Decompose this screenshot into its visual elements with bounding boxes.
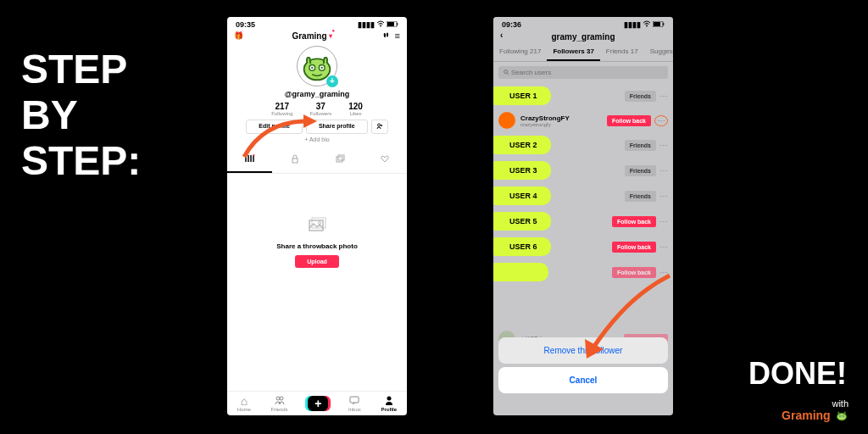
tab-friends[interactable]: Friends xyxy=(271,395,288,412)
more-icon[interactable]: ⋯ xyxy=(659,217,668,226)
edit-profile-button[interactable]: Edit profile xyxy=(246,120,303,134)
profile-icon xyxy=(381,395,397,407)
profile-avatar[interactable]: + xyxy=(297,46,337,86)
status-icons: ▮▮▮▮ xyxy=(624,20,665,29)
wifi-icon xyxy=(376,20,385,29)
remove-follower-button[interactable]: Remove this follower xyxy=(498,337,668,364)
more-icon-circled[interactable]: ⋯ xyxy=(654,115,668,126)
tab-followers[interactable]: Followers 37 xyxy=(547,43,599,61)
svg-point-31 xyxy=(840,415,841,416)
svg-rect-12 xyxy=(337,157,342,162)
brand: with Graming xyxy=(782,398,849,422)
svg-point-7 xyxy=(311,67,313,69)
stat-following[interactable]: 217 Following xyxy=(271,102,292,116)
upload-button[interactable]: Upload xyxy=(295,255,339,268)
list-item[interactable]: USER 4 Friends ⋯ xyxy=(498,183,668,209)
list-item[interactable]: USER 2 Friends ⋯ xyxy=(498,132,668,158)
tab-grid[interactable] xyxy=(227,149,272,173)
more-icon[interactable]: ⋯ xyxy=(659,92,668,101)
friends-button[interactable]: Friends xyxy=(625,165,656,176)
follow-back-button[interactable]: Follow back xyxy=(612,242,656,253)
svg-rect-13 xyxy=(338,155,344,160)
wifi-icon xyxy=(643,20,651,29)
list-item[interactable]: USER 3 Friends ⋯ xyxy=(498,158,668,183)
svg-point-20 xyxy=(387,397,391,401)
svg-point-8 xyxy=(321,67,323,69)
done-label: DONE! xyxy=(748,356,847,392)
svg-point-26 xyxy=(504,70,508,74)
follow-back-button[interactable]: Follow back xyxy=(607,115,651,126)
svg-point-32 xyxy=(843,415,844,416)
battery-icon xyxy=(387,20,398,29)
more-icon[interactable]: ⋯ xyxy=(659,268,668,277)
list-item[interactable]: USER 5 Follow back ⋯ xyxy=(498,209,668,234)
svg-point-18 xyxy=(280,397,283,400)
svg-point-10 xyxy=(253,154,254,156)
signal-icon: ▮▮▮▮ xyxy=(358,20,375,29)
search-input[interactable]: Search users xyxy=(498,66,668,79)
tab-liked[interactable] xyxy=(362,149,407,173)
friends-button[interactable]: Friends xyxy=(625,140,656,151)
more-icon[interactable]: ⋯ xyxy=(659,166,668,175)
follow-back-button[interactable]: Follow back xyxy=(612,216,656,227)
stat-followers[interactable]: 37 Followers xyxy=(309,102,331,116)
phone-profile: 09:35 ▮▮▮▮ 🎁 Graming▾● ≡ xyxy=(227,17,407,415)
battery-icon xyxy=(653,20,665,29)
stat-likes[interactable]: 120 Likes xyxy=(348,102,363,116)
list-item[interactable]: CrazyStrongFY crazystrongfy Follow back … xyxy=(498,108,668,132)
add-friend-button[interactable] xyxy=(371,120,388,134)
tab-repost[interactable] xyxy=(317,149,362,173)
svg-rect-11 xyxy=(292,159,298,163)
tab-inbox[interactable]: Inbox xyxy=(348,395,361,412)
tab-profile[interactable]: Profile xyxy=(381,395,397,412)
header-title[interactable]: Graming▾● xyxy=(292,31,337,41)
tab-home[interactable]: ⌂Home xyxy=(237,395,251,412)
cancel-button[interactable]: Cancel xyxy=(498,367,668,393)
status-time: 09:36 xyxy=(502,20,521,29)
tab-suggested[interactable]: Suggested xyxy=(644,43,673,61)
photo-icon xyxy=(227,216,407,237)
followers-header: ‹ gramy_graming xyxy=(493,31,673,43)
svg-point-15 xyxy=(319,222,321,225)
status-bar: 09:36 ▮▮▮▮ xyxy=(493,17,673,31)
gift-icon[interactable]: 🎁 xyxy=(234,31,243,40)
svg-point-0 xyxy=(380,25,381,26)
back-icon[interactable]: ‹ xyxy=(500,31,503,40)
footprint-icon[interactable] xyxy=(381,31,390,41)
tab-create[interactable]: + xyxy=(308,396,328,411)
svg-rect-19 xyxy=(350,397,359,403)
brand-alien-icon xyxy=(835,409,849,421)
add-story-icon[interactable]: + xyxy=(326,75,338,87)
empty-state-prompt: Share a throwback photo Upload xyxy=(227,216,407,268)
follow-back-button[interactable]: Follow back xyxy=(612,267,656,278)
friends-button[interactable]: Friends xyxy=(625,191,656,202)
inbox-icon xyxy=(348,395,361,407)
phone-followers: 09:36 ▮▮▮▮ ‹ gramy_graming Following 217… xyxy=(493,17,673,415)
home-icon: ⌂ xyxy=(237,395,251,407)
share-profile-button[interactable]: Share profile xyxy=(306,120,368,134)
tab-friends[interactable]: Friends 17 xyxy=(600,43,644,61)
profile-handle: @gramy_graming xyxy=(227,90,407,98)
friends-button[interactable]: Friends xyxy=(625,91,656,102)
more-icon[interactable]: ⋯ xyxy=(659,192,668,201)
svg-rect-3 xyxy=(397,23,398,25)
status-time: 09:35 xyxy=(236,20,255,29)
svg-point-17 xyxy=(276,397,280,400)
profile-content-tabs xyxy=(227,149,407,174)
tab-locked[interactable] xyxy=(272,149,317,173)
list-item[interactable]: Follow back ⋯ xyxy=(498,259,668,285)
more-icon[interactable]: ⋯ xyxy=(659,242,668,252)
svg-point-28 xyxy=(837,413,846,420)
profile-button-row: Edit profile Share profile xyxy=(227,120,407,134)
add-bio-link[interactable]: + Add bio xyxy=(227,136,407,142)
followers-list: USER 1 Friends ⋯ CrazyStrongFY crazystro… xyxy=(493,83,673,351)
tab-following[interactable]: Following 217 xyxy=(493,43,547,61)
more-icon[interactable]: ⋯ xyxy=(659,141,668,150)
action-sheet: Remove this follower Cancel xyxy=(498,334,668,393)
list-item[interactable]: USER 6 Follow back ⋯ xyxy=(498,234,668,259)
avatar xyxy=(498,112,515,129)
header-title: gramy_graming xyxy=(551,32,615,42)
menu-icon[interactable]: ≡ xyxy=(395,31,400,41)
list-item[interactable]: USER 1 Friends ⋯ xyxy=(498,83,668,108)
svg-point-22 xyxy=(646,25,647,26)
